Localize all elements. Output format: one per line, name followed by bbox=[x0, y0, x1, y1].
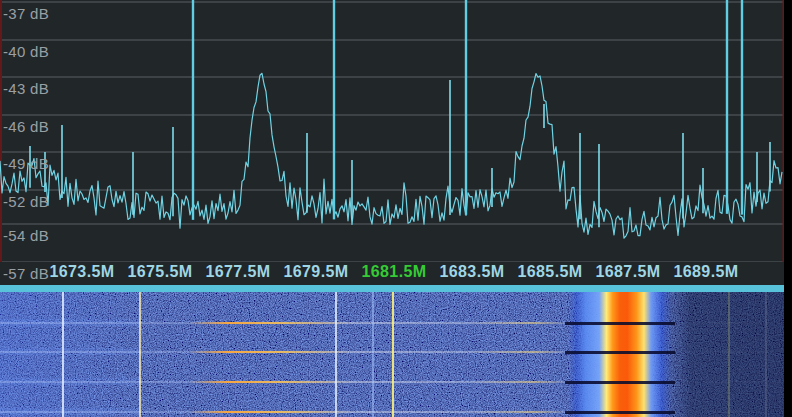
frequency-label[interactable]: 1679.5M bbox=[271, 263, 361, 281]
frequency-label[interactable]: 1689.5M bbox=[661, 263, 751, 281]
frequency-label[interactable]: 1673.5M bbox=[37, 263, 127, 281]
sdr-app-screen: -37 dB-40 dB-43 dB-46 dB-49 dB-52 dB-54 … bbox=[0, 0, 792, 417]
frequency-label[interactable]: 1683.5M bbox=[427, 263, 517, 281]
frequency-label[interactable]: 1675.5M bbox=[115, 263, 205, 281]
frequency-label-selected[interactable]: 1681.5M bbox=[349, 263, 439, 281]
db-label: -54 dB bbox=[3, 227, 49, 244]
waterfall-right-shade bbox=[0, 292, 785, 417]
db-label: -40 dB bbox=[3, 43, 49, 60]
db-label: -52 dB bbox=[3, 193, 49, 210]
frequency-axis-bar[interactable] bbox=[0, 285, 785, 292]
spectrum-plot bbox=[0, 0, 792, 266]
db-label: -37 dB bbox=[3, 5, 49, 22]
frequency-axis-labels: 1673.5M1675.5M1677.5M1679.5M1681.5M1683.… bbox=[0, 261, 785, 285]
right-margin-strip bbox=[784, 0, 792, 417]
spectrum-panel[interactable]: -37 dB-40 dB-43 dB-46 dB-49 dB-52 dB-54 … bbox=[0, 0, 792, 285]
db-label: -43 dB bbox=[3, 80, 49, 97]
frequency-label[interactable]: 1687.5M bbox=[583, 263, 673, 281]
db-label: -49 dB bbox=[3, 155, 49, 172]
waterfall-panel[interactable] bbox=[0, 292, 785, 417]
frequency-label[interactable]: 1685.5M bbox=[505, 263, 595, 281]
frequency-label[interactable]: 1677.5M bbox=[193, 263, 283, 281]
db-label: -46 dB bbox=[3, 118, 49, 135]
